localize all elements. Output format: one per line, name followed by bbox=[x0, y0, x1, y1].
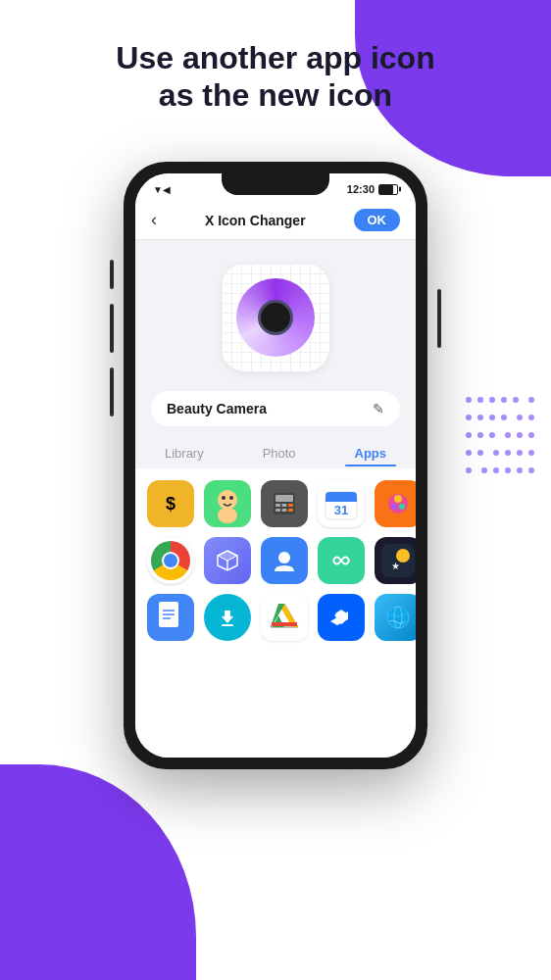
apps-grid-area: $ bbox=[135, 468, 416, 758]
list-item[interactable]: ★ bbox=[375, 537, 416, 584]
page-title: Use another app icon as the new icon bbox=[59, 39, 492, 115]
app-name-text: Beauty Camera bbox=[167, 401, 267, 416]
signal-icon: ▼◀ bbox=[153, 184, 171, 195]
icon-preview-wrapper bbox=[222, 264, 329, 371]
svg-rect-45 bbox=[272, 622, 297, 626]
svg-rect-12 bbox=[288, 509, 293, 512]
bg-blob-bottom-left bbox=[0, 764, 196, 980]
phone-notch bbox=[222, 173, 329, 195]
content-area: Beauty Camera ✎ Library Photo Apps bbox=[135, 240, 416, 758]
volume-up-button bbox=[110, 304, 114, 353]
volume-down-button bbox=[110, 368, 114, 416]
app-icon-inner bbox=[258, 300, 293, 335]
svg-point-20 bbox=[399, 504, 405, 510]
nav-title: X Icon Changer bbox=[205, 213, 306, 228]
list-item[interactable] bbox=[261, 480, 308, 527]
svg-point-2 bbox=[222, 496, 225, 500]
tab-apps[interactable]: Apps bbox=[345, 442, 397, 465]
svg-point-24 bbox=[278, 552, 290, 564]
list-item[interactable]: $ bbox=[147, 480, 194, 527]
list-item[interactable] bbox=[147, 537, 194, 584]
time-display: 12:30 bbox=[347, 183, 375, 195]
svg-point-4 bbox=[218, 508, 237, 523]
tabs-row: Library Photo Apps bbox=[135, 434, 416, 468]
mute-button bbox=[110, 260, 114, 289]
list-item[interactable] bbox=[204, 594, 251, 641]
svg-point-18 bbox=[394, 495, 402, 503]
apps-grid: $ bbox=[143, 480, 408, 641]
battery-icon bbox=[378, 184, 398, 195]
tab-photo[interactable]: Photo bbox=[253, 442, 306, 465]
list-item[interactable] bbox=[261, 537, 308, 584]
list-item[interactable] bbox=[261, 594, 308, 641]
svg-marker-22 bbox=[218, 551, 237, 561]
svg-point-49 bbox=[387, 607, 409, 628]
svg-rect-9 bbox=[288, 504, 293, 507]
icon-preview-area bbox=[135, 240, 416, 391]
back-button[interactable]: ‹ bbox=[151, 210, 157, 230]
phone-mockup: ▼◀ 12:30 ‹ X Icon Changer OK bbox=[124, 162, 427, 769]
tab-library[interactable]: Library bbox=[155, 442, 214, 465]
power-button bbox=[437, 289, 441, 348]
svg-rect-10 bbox=[276, 509, 280, 512]
svg-rect-6 bbox=[276, 495, 293, 502]
list-item[interactable] bbox=[375, 480, 416, 527]
svg-rect-8 bbox=[282, 504, 287, 507]
svg-point-3 bbox=[229, 496, 233, 500]
svg-rect-11 bbox=[282, 509, 287, 512]
list-item[interactable]: 31 bbox=[318, 480, 365, 527]
status-right: 12:30 bbox=[347, 183, 398, 195]
list-item[interactable] bbox=[318, 594, 365, 641]
edit-icon[interactable]: ✎ bbox=[373, 401, 384, 416]
ok-button[interactable]: OK bbox=[354, 209, 401, 231]
list-item[interactable] bbox=[147, 594, 194, 641]
list-item[interactable] bbox=[204, 537, 251, 584]
svg-rect-7 bbox=[276, 504, 280, 507]
svg-text:★: ★ bbox=[391, 561, 400, 571]
list-item[interactable] bbox=[204, 480, 251, 527]
svg-point-19 bbox=[391, 504, 397, 510]
app-icon-circle bbox=[236, 278, 315, 357]
svg-text:$: $ bbox=[166, 494, 175, 514]
svg-rect-15 bbox=[326, 497, 357, 502]
status-left: ▼◀ bbox=[153, 184, 171, 195]
list-item[interactable] bbox=[318, 537, 365, 584]
svg-rect-34 bbox=[222, 624, 233, 626]
svg-text:31: 31 bbox=[334, 503, 348, 517]
list-item[interactable] bbox=[375, 594, 416, 641]
bg-dots-right bbox=[463, 392, 541, 588]
page-title-container: Use another app icon as the new icon bbox=[0, 39, 551, 115]
svg-point-1 bbox=[218, 490, 237, 510]
nav-bar: ‹ X Icon Changer OK bbox=[135, 201, 416, 240]
app-name-row[interactable]: Beauty Camera ✎ bbox=[151, 391, 400, 426]
